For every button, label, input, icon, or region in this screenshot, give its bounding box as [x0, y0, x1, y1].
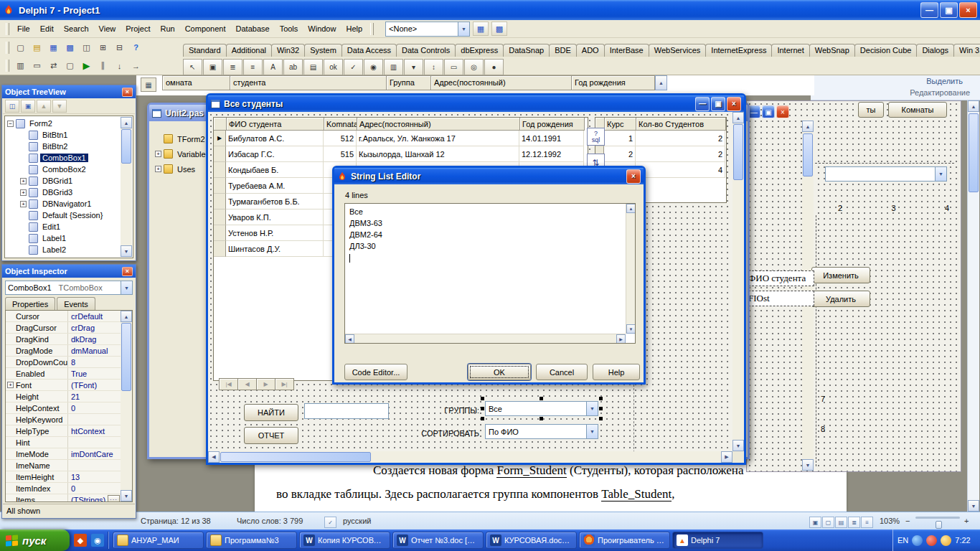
property-value[interactable]: 0··· [67, 483, 121, 494]
clock[interactable]: 7:22 [955, 536, 970, 545]
form-vertical-scrollbar[interactable]: ▲ ▼ [732, 112, 744, 451]
navigator-button[interactable]: ◀ [237, 378, 257, 390]
language-indicator[interactable]: EN [897, 536, 908, 545]
scroll-up-icon[interactable]: ▲ [802, 121, 814, 132]
task-button[interactable]: Проигрыватель Win... [579, 532, 670, 549]
table-row[interactable]: Избасар Г.С. 515 Кызылорда, Шанхай 12 12… [214, 146, 588, 162]
scroll-up-icon[interactable]: ▲ [968, 100, 979, 112]
chevron-down-icon[interactable]: ▼ [121, 281, 132, 294]
scroll-thumb[interactable] [121, 323, 131, 391]
scroll-left-icon[interactable]: ◀ [345, 334, 354, 344]
column-header[interactable]: студента [230, 75, 387, 90]
pause-button[interactable]: ∥ [95, 58, 111, 73]
palette-tab[interactable]: ADO [576, 44, 605, 57]
quick-launch-icon-2[interactable]: ◉ [91, 534, 104, 547]
tree-item[interactable]: + Label1 [7, 232, 120, 244]
trace-into-button[interactable]: ↓ [111, 58, 128, 73]
selection-handle[interactable] [599, 417, 603, 420]
tree-item[interactable]: + DBNavigator1 [7, 198, 120, 209]
scroll-up-icon[interactable]: ▲ [121, 311, 132, 322]
table-row[interactable]: 2 2 [595, 146, 726, 162]
zoom-out-icon[interactable]: − [905, 517, 910, 525]
property-value[interactable]: (TFont)··· [67, 380, 121, 390]
task-button[interactable]: ▲ Delphi 7 [672, 532, 763, 549]
minimize-icon[interactable]: — [920, 2, 938, 18]
column-header[interactable]: Год рождения [520, 118, 585, 131]
expand-icon[interactable]: + [155, 166, 161, 172]
property-value[interactable]: ··· [67, 437, 121, 448]
tree-item[interactable]: + Label2 [7, 244, 120, 255]
desktop-speedsetting-combobox[interactable]: <None> ▼ [385, 22, 470, 37]
zoom-slider[interactable] [915, 517, 960, 519]
rooms-button[interactable]: Комнаты [888, 102, 947, 118]
step-over-button[interactable]: → [128, 58, 144, 73]
scroll-down-icon[interactable]: ▼ [626, 324, 636, 334]
code-editor-button[interactable]: Code Editor... [344, 364, 407, 380]
menu-item[interactable]: Project [121, 22, 155, 36]
property-value[interactable]: htContext··· [67, 425, 121, 436]
language-status[interactable]: русский [343, 517, 371, 525]
property-row[interactable]: + Items (TStrings)··· [6, 494, 121, 502]
property-row[interactable]: + DragKind dkDrag··· [6, 334, 121, 345]
string-list-memo[interactable]: ВсеДВМ3-63ДВМ2-64ДЛ3-30 ▲ ▼ ◀ ▶ [344, 203, 636, 344]
save-all-button[interactable]: ▩ [62, 40, 78, 55]
table-row[interactable]: Бибулатов А.С. 512 г.Аральск, Ул. Жанкож… [214, 131, 588, 146]
component-listbox[interactable]: ▥ [384, 59, 403, 75]
palette-tab[interactable]: Win32 [271, 44, 305, 57]
selection-handle[interactable] [540, 417, 543, 420]
view-form-button[interactable]: ▭ [29, 58, 45, 73]
palette-tab[interactable]: Additional [226, 44, 272, 57]
chevron-down-icon[interactable]: ▼ [458, 22, 469, 36]
column-header[interactable]: Курс [605, 118, 636, 131]
print-layout-view-icon[interactable]: ▣ [809, 517, 821, 528]
move-down-button[interactable]: ▼ [52, 100, 67, 113]
palette-tab[interactable]: InternetExpress [705, 44, 772, 57]
scroll-down-icon[interactable]: ▼ [968, 500, 979, 512]
property-value[interactable]: dmManual··· [67, 345, 121, 356]
palette-tab[interactable]: BDE [549, 44, 577, 57]
property-row[interactable]: + Font (TFont)··· [6, 380, 121, 391]
close-icon[interactable]: × [122, 267, 133, 276]
palette-tab[interactable]: Internet [771, 44, 809, 57]
maximize-icon[interactable]: ▣ [762, 105, 775, 118]
menu-item[interactable]: Component [180, 22, 231, 36]
table-row[interactable]: 1 2 [595, 131, 726, 146]
menu-item[interactable]: Search [59, 22, 94, 36]
property-row[interactable]: + ImeMode imDontCare··· [6, 448, 121, 460]
maximize-icon[interactable]: ▣ [940, 2, 958, 18]
menu-item[interactable]: Run [155, 22, 179, 36]
close-icon[interactable]: × [626, 169, 641, 184]
panel-title-bar[interactable]: Object Inspector × [2, 265, 136, 278]
scroll-thumb[interactable] [733, 124, 743, 180]
palette-tab[interactable]: WebSnap [809, 44, 855, 57]
palette-tab[interactable]: DataSnap [503, 44, 550, 57]
property-row[interactable]: + Hint ··· [6, 437, 121, 448]
memo-vertical-scrollbar[interactable]: ▲ ▼ [626, 204, 635, 334]
delphi-title-bar[interactable]: Delphi 7 - Project1 — ▣ × [0, 0, 980, 20]
word-scrollbar[interactable]: ▲ ▼ [967, 100, 979, 512]
component-radiobutton[interactable]: ◉ [364, 59, 383, 75]
property-row[interactable]: + ItemIndex 0··· [6, 483, 121, 494]
column-header[interactable]: Адрес(постоянный) [431, 75, 572, 90]
window-title-bar[interactable]: Все студенты — ▣ × [208, 95, 744, 112]
expand-icon[interactable]: + [20, 189, 27, 196]
ellipsis-button[interactable]: ··· [108, 495, 120, 502]
close-icon[interactable]: × [776, 105, 789, 118]
scroll-up-icon[interactable]: ▲ [655, 75, 667, 90]
column-header[interactable]: омната [162, 75, 230, 90]
property-value[interactable]: 8··· [67, 357, 121, 367]
scroll-thumb[interactable] [220, 452, 371, 462]
component-checkbox[interactable]: ✓ [344, 59, 363, 75]
menu-item[interactable]: Edit [35, 22, 59, 36]
help-button[interactable]: Help [593, 364, 640, 380]
menu-item[interactable]: Tools [275, 22, 303, 36]
zoom-level[interactable]: 103% [880, 517, 900, 525]
property-row[interactable]: + Enabled True··· [6, 368, 121, 380]
property-row[interactable]: + HelpContext 0··· [6, 402, 121, 414]
menu-item[interactable]: Database [231, 22, 275, 36]
network-icon[interactable] [912, 535, 923, 546]
fullscreen-view-icon[interactable]: ▢ [822, 517, 834, 528]
component-scrollbar[interactable]: ↕ [424, 59, 443, 75]
view-unit-button[interactable]: ▥ [12, 58, 29, 73]
delete-button[interactable]: Удалить [811, 291, 870, 307]
